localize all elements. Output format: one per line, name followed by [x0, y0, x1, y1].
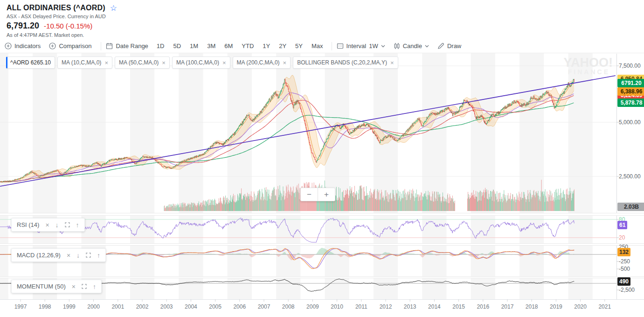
- yahoo-finance-chart-page: ALL ORDINARIES (^AORD) ☆ ASX - ASX Delay…: [0, 0, 644, 317]
- expand-icon[interactable]: [82, 284, 87, 289]
- toolbar-divider: [332, 42, 332, 50]
- indicator-legend-chip-2[interactable]: MA (100,C,MA,0)×: [172, 56, 230, 69]
- range-button-ytd[interactable]: YTD: [242, 42, 254, 49]
- axis-value-badge: 5,878.78: [617, 99, 644, 107]
- x-axis-year-label: 2005: [209, 303, 222, 310]
- axis-tick-label: -2,500: [619, 287, 635, 293]
- arrow-down-icon[interactable]: ↓: [76, 252, 80, 259]
- expand-icon[interactable]: [86, 253, 91, 258]
- indicator-legend-label: MA (50,C,MA,0): [119, 59, 159, 66]
- toolbar-divider: [101, 42, 101, 50]
- date-range-button[interactable]: Date Range: [106, 42, 148, 49]
- momentum-chip[interactable]: MOMENTUM (50) × ↑: [11, 280, 102, 293]
- indicator-legend-label: BOLLINGER BANDS (C,20,2,MA,Y): [297, 59, 387, 66]
- x-axis-year-label: 2001: [111, 303, 124, 310]
- range-button-5d[interactable]: 5D: [173, 42, 181, 49]
- chart-toolbar: Indicators Comparison Date Range 1D5D1M3…: [0, 39, 644, 53]
- x-axis-year-label: 2003: [160, 303, 173, 310]
- x-axis-year-label: 2020: [574, 303, 587, 310]
- pencil-icon: [437, 42, 444, 49]
- close-icon[interactable]: ×: [390, 60, 394, 66]
- range-buttons: 1D5D1M3M6MYTD1Y2Y5YMax: [157, 42, 323, 49]
- interval-icon: [337, 42, 344, 49]
- axis-tick-label: 2,500.00: [619, 173, 641, 180]
- favorite-star-icon[interactable]: ☆: [110, 4, 117, 12]
- range-button-2y[interactable]: 2Y: [279, 42, 286, 49]
- arrow-up-icon[interactable]: ↑: [93, 283, 96, 290]
- rsi-chip-label: RSI (14): [17, 221, 39, 228]
- toolbar-border: [0, 53, 644, 53]
- interval-value: 1W: [369, 42, 378, 49]
- indicators-button[interactable]: Indicators: [5, 42, 41, 49]
- date-range-label: Date Range: [116, 42, 148, 49]
- x-axis-year-label: 1998: [39, 303, 51, 310]
- close-icon[interactable]: ×: [162, 60, 166, 66]
- axis-value-badge: 61: [617, 221, 627, 229]
- interval-label: Interval: [346, 42, 367, 49]
- range-button-5y[interactable]: 5Y: [295, 42, 303, 49]
- range-button-1d[interactable]: 1D: [157, 42, 165, 49]
- candle-icon: [394, 42, 400, 49]
- expand-icon[interactable]: [65, 222, 70, 227]
- axis-tick-label: 7,500.00: [619, 63, 641, 69]
- indicator-legend-chip-0[interactable]: MA (10,C,MA,0)×: [57, 56, 112, 69]
- x-axis-year-label: 2006: [233, 303, 246, 310]
- draw-button[interactable]: Draw: [437, 42, 461, 49]
- arrow-up-icon[interactable]: ↑: [97, 252, 100, 259]
- quote-header: ALL ORDINARIES (^AORD) ☆ ASX - ASX Delay…: [7, 4, 117, 38]
- close-icon[interactable]: ×: [67, 252, 70, 259]
- plus-circle-icon: [49, 42, 56, 49]
- rsi-chip[interactable]: RSI (14) × ↓ ↑: [11, 218, 85, 232]
- axis-tick-label: -250: [619, 258, 630, 265]
- range-button-max[interactable]: Max: [312, 42, 323, 49]
- x-axis-year-label: 2015: [452, 303, 465, 310]
- indicator-legend-chip-3[interactable]: MA (200,C,MA,0)×: [233, 56, 291, 69]
- close-icon[interactable]: ×: [45, 222, 49, 228]
- range-button-1m[interactable]: 1M: [190, 42, 198, 49]
- calendar-icon: [106, 42, 113, 49]
- axis-value-badge: 132: [617, 248, 630, 256]
- range-button-1y[interactable]: 1Y: [263, 42, 270, 49]
- axis-value-badge: 490: [617, 277, 630, 286]
- symbol-legend-chip[interactable]: ^AORD 6265.10: [6, 56, 55, 69]
- x-axis-year-label: 2000: [87, 303, 100, 310]
- chart-type-label: Candle: [403, 42, 422, 49]
- axis-tick-label: 5,000.00: [619, 119, 641, 126]
- exchange-subtitle: ASX - ASX Delayed Price. Currency in AUD: [7, 14, 117, 19]
- x-axis-year-label: 2008: [282, 303, 295, 310]
- x-axis-year-label: 2016: [477, 303, 489, 310]
- indicator-legend-label: MA (100,C,MA,0): [176, 59, 219, 66]
- macd-chip-label: MACD (12,26,9): [17, 252, 61, 259]
- indicators-label: Indicators: [14, 42, 41, 49]
- arrow-down-icon[interactable]: ↓: [55, 222, 59, 228]
- x-axis-year-label: 2002: [136, 303, 149, 310]
- svg-text:FINANCE: FINANCE: [568, 68, 610, 76]
- x-axis-year-label: 2019: [550, 303, 562, 310]
- interval-dropdown[interactable]: Interval 1W: [337, 42, 385, 49]
- arrow-up-icon[interactable]: ↑: [76, 222, 79, 228]
- x-axis-year-label: 2009: [306, 303, 319, 310]
- macd-chip[interactable]: MACD (12,26,9) × ↓ ↑: [11, 248, 106, 262]
- chart-type-dropdown[interactable]: Candle: [394, 42, 429, 49]
- x-axis-year-label: 2011: [355, 303, 367, 310]
- zoom-controls: − +: [300, 188, 335, 201]
- x-axis-year-label: 1999: [63, 303, 76, 310]
- zoom-out-button[interactable]: −: [301, 188, 318, 201]
- indicator-legend-chip-4[interactable]: BOLLINGER BANDS (C,20,2,MA,Y)×: [293, 56, 398, 69]
- zoom-in-button[interactable]: +: [318, 188, 335, 201]
- price-change: -10.50 (-0.15%): [44, 22, 92, 30]
- x-axis-year-label: 2014: [428, 303, 441, 310]
- comparison-button[interactable]: Comparison: [49, 42, 91, 49]
- comparison-label: Comparison: [59, 42, 91, 49]
- range-button-6m[interactable]: 6M: [224, 42, 233, 49]
- close-icon[interactable]: ×: [72, 283, 76, 290]
- close-icon[interactable]: ×: [104, 60, 108, 66]
- plus-circle-icon: [5, 42, 12, 49]
- close-icon[interactable]: ×: [283, 60, 287, 66]
- indicator-legend-chip-1[interactable]: MA (50,C,MA,0)×: [115, 56, 170, 69]
- x-axis-year-label: 2010: [331, 303, 343, 310]
- range-button-3m[interactable]: 3M: [207, 42, 215, 49]
- close-icon[interactable]: ×: [222, 60, 226, 66]
- axis-value-badge: 6791.20: [617, 79, 644, 87]
- axis-value-badge: 6,388.96: [617, 87, 644, 96]
